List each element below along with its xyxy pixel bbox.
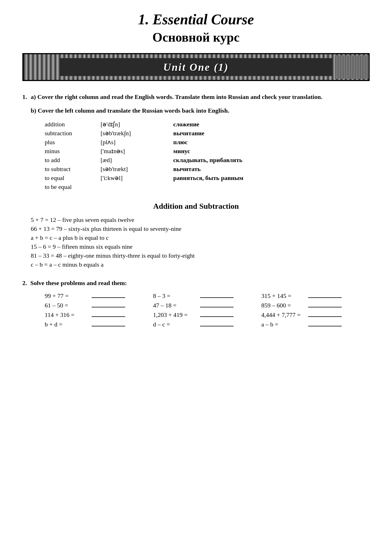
vocab-phonetic: [æd] [101,156,173,164]
vocab-row: plus[plʌs]плюс [45,139,370,146]
vocab-row: addition[ə'dɪʃn]сложение [45,121,370,128]
problem-row: 315 + 145 = [261,292,370,300]
problem-text: 8 – 3 = [153,292,198,300]
vocab-english: to subtract [45,165,101,173]
section-1: 1. a) Cover the right column and read th… [22,92,370,191]
problem-row: 99 + 77 = [45,292,153,300]
example-line: 5 + 7 = 12 – five plus seven equals twel… [31,216,370,224]
section-2: 2. Solve these problems and read them: 9… [22,279,370,328]
problem-row: 1,203 + 419 = [153,311,262,319]
section2-instruction-text: Solve these problems and read them: [30,279,127,287]
vocab-english: to add [45,156,101,164]
addition-subtitle: Addition and Subtraction [22,202,370,211]
answer-line [200,325,234,326]
vocab-row: to equal['iːkwəl]равняться, быть равным [45,174,370,182]
problems-grid: 99 + 77 =8 – 3 =315 + 145 =61 – 50 =47 –… [45,292,370,328]
banner-inner: Unit One (1) [60,58,332,76]
vocab-english: addition [45,121,101,128]
problem-row: d – c = [153,321,262,328]
problem-text: 4,444 + 7,777 = [261,311,306,319]
vocab-row: to be equal [45,183,370,191]
unit-banner-text: Unit One (1) [163,61,229,73]
title-russian: Основной курс [22,30,370,45]
instruction-a-num: 1. [22,93,27,100]
vocab-row: to subtract[səb'trækt]вычитать [45,165,370,173]
answer-line [92,325,125,326]
answer-line [308,297,342,298]
answer-line [200,316,234,317]
vocab-russian: сложение [173,121,199,128]
problem-row: 8 – 3 = [153,292,262,300]
instruction-a-text: a) Cover the right column and read the E… [31,93,322,100]
problem-row: 114 + 316 = [45,311,153,319]
example-line: a + b = c – a plus b is equal to c [31,234,370,241]
problem-row: 859 – 600 = [261,302,370,309]
vocab-russian: минус [173,148,190,155]
vocab-russian: вычитание [173,130,204,137]
answer-line [200,306,234,307]
vocab-russian: равняться, быть равным [173,174,243,182]
example-line: 66 + 13 = 79 – sixty-six plus thirteen i… [31,225,370,233]
answer-line [92,297,125,298]
section2-instruction: 2. Solve these problems and read them: [22,279,370,287]
instruction-b: b) Cover the left column and translate t… [31,106,370,115]
vocab-row: minus['maɪnəs]минус [45,148,370,155]
vocab-russian: складывать, прибавлять [173,156,243,164]
problem-text: 859 – 600 = [261,302,306,309]
examples-list: 5 + 7 = 12 – five plus seven equals twel… [22,216,370,268]
vocab-row: to add[æd]складывать, прибавлять [45,156,370,164]
problem-text: d – c = [153,321,198,328]
vocab-phonetic: ['iːkwəl] [101,174,173,182]
examples-section: Addition and Subtraction 5 + 7 = 12 – fi… [22,202,370,268]
example-line: 15 – 6 = 9 – fifteen minus six equals ni… [31,243,370,250]
problem-text: 99 + 77 = [45,292,89,300]
answer-line [308,306,342,307]
vocab-english: to equal [45,174,101,182]
problem-row: 47 – 18 = [153,302,262,309]
vocab-english: to be equal [45,183,101,191]
vocab-russian: вычитать [173,165,201,173]
vocab-row: subtraction[səb'træk∫n]вычитание [45,130,370,137]
example-line: 81 – 33 = 48 – eighty-one minus thirty-t… [31,252,370,259]
vocab-table: addition[ə'dɪʃn]сложениеsubtraction[səb'… [45,121,370,191]
vocab-english: subtraction [45,130,101,137]
problem-row: 61 – 50 = [45,302,153,309]
problem-text: b + d = [45,321,89,328]
answer-line [92,306,125,307]
vocab-phonetic: ['maɪnəs] [101,148,173,155]
problem-text: a – b = [261,321,306,328]
vocab-english: plus [45,139,101,146]
vocab-phonetic: [səb'træk∫n] [101,130,173,137]
vocab-russian: плюс [173,139,188,146]
problem-text: 114 + 316 = [45,311,89,319]
answer-line [92,316,125,317]
unit-banner: Unit One (1) [22,53,370,81]
answer-line [200,297,234,298]
page-title-block: 1. Essential Course Основной курс [22,11,370,45]
problem-text: 61 – 50 = [45,302,89,309]
problem-row: b + d = [45,321,153,328]
vocab-phonetic: [ə'dɪʃn] [101,121,173,128]
answer-line [308,316,342,317]
problem-text: 315 + 145 = [261,292,306,300]
title-english: 1. Essential Course [22,11,370,28]
instruction-a: 1. a) Cover the right column and read th… [31,92,370,101]
section2-num: 2. [22,279,27,287]
problem-row: a – b = [261,321,370,328]
problem-text: 1,203 + 419 = [153,311,198,319]
problem-row: 4,444 + 7,777 = [261,311,370,319]
example-line: c – b = a – c minus b equals a [31,261,370,268]
vocab-phonetic: [plʌs] [101,139,173,146]
problem-text: 47 – 18 = [153,302,198,309]
vocab-phonetic: [səb'trækt] [101,165,173,173]
answer-line [308,325,342,326]
vocab-english: minus [45,148,101,155]
